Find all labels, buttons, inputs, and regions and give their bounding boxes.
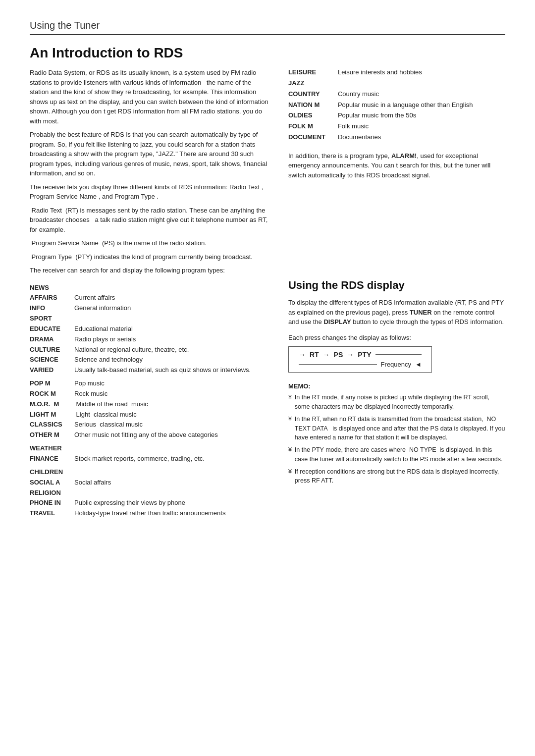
- memo-section: MEMO: ¥ In the RT mode, if any noise is …: [288, 382, 505, 486]
- left-column: Radio Data System, or RDS as its usually…: [30, 68, 268, 519]
- list-item: EDUCATE Educational material: [30, 324, 268, 334]
- program-list-left: NEWS AFFAIRS Current affairs INFO Genera…: [30, 283, 268, 519]
- list-item: LEISURE Leisure interests and hobbies: [288, 68, 505, 77]
- intro-para-1: Radio Data System, or RDS as its usually…: [30, 68, 268, 126]
- memo-label: MEMO:: [288, 382, 505, 390]
- intro-para-7: The receiver can search for and display …: [30, 266, 268, 275]
- arrow-left-icon: ◄: [415, 361, 422, 368]
- list-item: NEWS: [30, 283, 268, 293]
- intro-para-4: Radio Text (RT) is messages sent by the …: [30, 206, 268, 235]
- cycle-label: Each press changes the display as follow…: [288, 333, 505, 343]
- memo-list: ¥ In the RT mode, if any noise is picked…: [288, 393, 505, 486]
- list-item: PHONE IN Public expressing their views b…: [30, 498, 268, 508]
- list-item: ¥ If reception conditions are strong but…: [288, 467, 505, 486]
- intro-para-5: Program Service Name (PS) is the name of…: [30, 238, 268, 248]
- list-item: LIGHT M Light classical music: [30, 410, 268, 420]
- rds-display-title: Using the RDS display: [288, 279, 505, 292]
- rds-display-section: Using the RDS display To display the dif…: [288, 279, 505, 486]
- list-item: FOLK M Folk music: [288, 122, 505, 131]
- intro-para-2: Probably the best feature of RDS is that…: [30, 130, 268, 178]
- list-item: CLASSICS Serious classical music: [30, 420, 268, 430]
- rds-diagram: → RT → PS → PTY Frequency ◄: [288, 346, 432, 373]
- list-item: POP M Pop music: [30, 379, 268, 388]
- main-content: Radio Data System, or RDS as its usually…: [30, 68, 505, 519]
- page-header-title: Using the Tuner: [30, 20, 100, 31]
- list-item: INFO General information: [30, 304, 268, 313]
- list-item: SPORT: [30, 314, 268, 324]
- rds-display-intro: To display the different types of RDS in…: [288, 298, 505, 327]
- list-item: DRAMA Radio plays or serials: [30, 335, 268, 344]
- list-item: ¥ In the RT, when no RT data is transmit…: [288, 415, 505, 442]
- rt-label: RT: [310, 351, 319, 359]
- list-item: JAZZ: [288, 79, 505, 88]
- list-item: DOCUMENT Documentaries: [288, 133, 505, 142]
- alarm-note: In addition, there is a program type, AL…: [288, 151, 505, 180]
- arrow-right-icon: →: [299, 351, 306, 359]
- list-item: SOCIAL A Social affairs: [30, 478, 268, 487]
- ps-label: PS: [334, 351, 343, 359]
- list-item: NATION M Popular music in a language oth…: [288, 101, 505, 110]
- article-title: An Introduction to RDS: [30, 45, 505, 61]
- list-item: WEATHER: [30, 444, 268, 453]
- pty-label: PTY: [358, 351, 371, 359]
- list-item: CHILDREN: [30, 468, 268, 477]
- intro-para-3: The receiver lets you display three diff…: [30, 182, 268, 202]
- list-item: AFFAIRS Current affairs: [30, 293, 268, 303]
- line-start: [299, 364, 377, 365]
- list-item: ROCK M Rock music: [30, 389, 268, 399]
- right-column: LEISURE Leisure interests and hobbies JA…: [288, 68, 505, 519]
- list-item: SCIENCE Science and technology: [30, 355, 268, 365]
- program-list-right: LEISURE Leisure interests and hobbies JA…: [288, 68, 505, 142]
- intro-para-6: Program Type (PTY) indicates the kind of…: [30, 252, 268, 262]
- line-end: [375, 354, 422, 355]
- list-item: TRAVEL Holiday-type travel rather than t…: [30, 509, 268, 518]
- list-item: RELIGION: [30, 488, 268, 498]
- arrow-right-icon-2: →: [323, 351, 330, 359]
- list-item: OTHER M Other music not fitting any of t…: [30, 431, 268, 440]
- arrow-right-icon-3: →: [347, 351, 354, 359]
- list-item: OLDIES Popular music from the 50s: [288, 111, 505, 120]
- page-header: Using the Tuner: [30, 20, 505, 35]
- list-item: M.O.R. M Middle of the road music: [30, 400, 268, 409]
- frequency-label: Frequency: [381, 361, 411, 368]
- list-item: FINANCE Stock market reports, commerce, …: [30, 454, 268, 464]
- list-item: VARIED Usually talk-based material, such…: [30, 366, 268, 375]
- list-item: ¥ In the RT mode, if any noise is picked…: [288, 393, 505, 412]
- list-item: COUNTRY Country music: [288, 90, 505, 99]
- list-item: ¥ In the PTY mode, there are cases where…: [288, 445, 505, 464]
- list-item: CULTURE National or regional culture, th…: [30, 345, 268, 355]
